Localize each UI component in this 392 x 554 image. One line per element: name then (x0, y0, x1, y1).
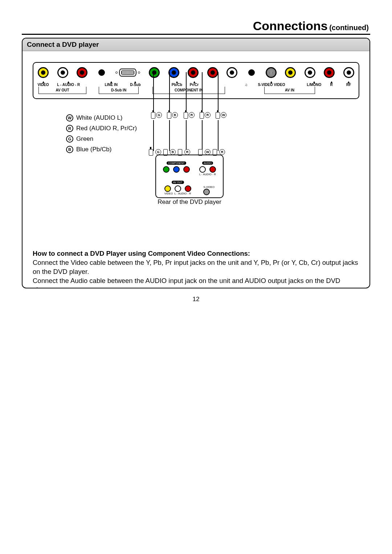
lbl-svv: S-VIDEO VIDEO (256, 80, 287, 87)
dvd-sub-laudior: L - AUDIO - R (175, 192, 191, 195)
dvd-caption: Rear of the DVD player (146, 198, 233, 206)
dsub-screw-left (115, 71, 118, 74)
bracket-avin: AV IN (283, 88, 296, 92)
howto-heading: How to connect a DVD Player using Compon… (33, 249, 359, 258)
dvd-sub-svideo: S-VIDEO (203, 185, 215, 189)
dsub-screw-right (138, 71, 140, 74)
dvd-tag-audio: AUDIO (202, 161, 213, 165)
howto-line2: Connect the Audio cable between the AUDI… (33, 276, 359, 288)
lbl-linein: LINE IN (103, 80, 119, 87)
legend-w-icon: W (66, 114, 73, 122)
plug-r2-bot: R (219, 149, 225, 155)
dvd-tag-avout: AV OUT (172, 181, 184, 184)
lbl-lmono: L/MONO (306, 80, 322, 87)
howto-line1: Connect the Video cable between the Y, P… (33, 258, 359, 276)
port-audio-r-out (77, 67, 87, 78)
dvd-jack-y (163, 166, 170, 173)
port-audio-l-out (57, 67, 68, 78)
dvd-tag-component: COMPONENT (167, 161, 186, 165)
plug-b-bot: B (170, 149, 176, 155)
port-dsub (119, 69, 136, 77)
dvd-jack-pb (173, 166, 180, 173)
port-svideo: ⋮⋮ (266, 67, 277, 78)
lbl-rf: RF (341, 80, 356, 87)
page-title: Connections (continued) (22, 19, 370, 33)
plug-g-bot: G (155, 149, 161, 155)
lbl-video: VIDEO (36, 80, 51, 87)
dvd-avout-l (175, 185, 181, 192)
dvd-rear: COMPONENT AUDIO L - AUDIO - (155, 155, 224, 198)
title-main: Connections (253, 19, 328, 33)
legend-w: White (AUDIO L) (76, 113, 123, 123)
port-line-in (98, 69, 105, 76)
plug-b-top: B (172, 112, 178, 118)
dvd-sub-laudio: L - AUDIO - R (199, 173, 216, 176)
lbl-audio-lr: L - AUDIO - R (53, 80, 84, 87)
legend-r: Red (AUDIO R, Pr/Cr) (76, 123, 137, 134)
bracket-dsubin: D-Sub IN (110, 88, 128, 92)
legend-b: Blue (Pb/Cb) (76, 144, 111, 155)
port-rf (343, 67, 354, 78)
dvd-jack-pr (183, 166, 190, 173)
lbl-dsub: D-Sub (121, 80, 150, 87)
plug-g-top: G (156, 112, 162, 118)
title-sub: (continued) (329, 24, 369, 32)
dvd-jack-al (199, 166, 206, 173)
legend-g: Green (76, 134, 93, 144)
legend-b-icon: B (66, 146, 73, 153)
dvd-svideo-jack (203, 189, 210, 195)
lbl-r: R (324, 80, 339, 87)
port-avin-l (305, 67, 315, 78)
port-headphone (248, 69, 255, 76)
port-video-out (38, 67, 49, 78)
legend-g-icon: G (66, 135, 73, 143)
plug-r2-top: R (205, 112, 211, 118)
plug-w-top: W (221, 112, 226, 118)
plug-w-bot: W (205, 149, 211, 155)
section-heading: Connect a DVD player (23, 38, 369, 51)
dvd-sub-video: VIDEO (164, 192, 173, 195)
title-rule (22, 34, 370, 35)
dvd-avout-v (164, 185, 171, 192)
plug-r-top: R (189, 112, 195, 118)
instruction-text: How to connect a DVD Player using Compon… (33, 240, 359, 288)
content-frame: Connect a DVD player (22, 38, 370, 288)
page-number: 12 (22, 296, 370, 303)
legend-r-icon: R (66, 125, 73, 132)
dvd-avout-r (185, 185, 191, 192)
color-legend: WWhite (AUDIO L) RRed (AUDIO R, Pr/Cr) G… (66, 113, 137, 155)
plug-r-bot: R (184, 149, 190, 155)
dvd-jack-ar (209, 166, 216, 173)
bracket-avout: AV OUT (54, 88, 70, 92)
port-avin-r (324, 67, 335, 78)
port-avin-video (285, 67, 296, 78)
